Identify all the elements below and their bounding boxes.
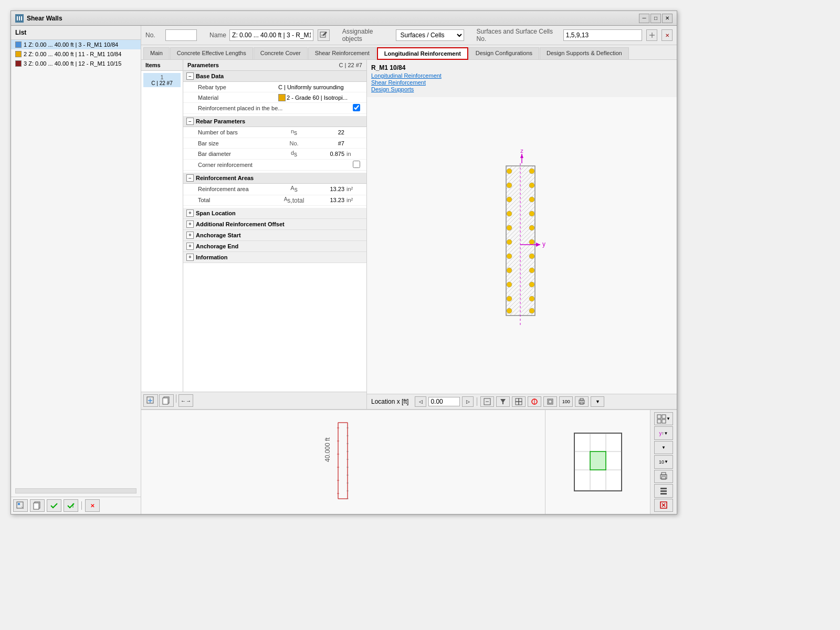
bt-number-button[interactable]: 10 ▼: [654, 455, 673, 468]
location-input[interactable]: [428, 397, 460, 406]
name-edit-button[interactable]: [318, 29, 330, 41]
anchorage-start-toggle[interactable]: +: [186, 232, 194, 239]
sidebar-new-button[interactable]: [13, 499, 28, 512]
item-row-1[interactable]: 1 C | 22 #7: [143, 73, 181, 87]
anchorage-end-section[interactable]: + Anchorage End: [183, 241, 366, 252]
location-prev-button[interactable]: ◁: [415, 396, 426, 407]
bottom-section: 40.000 ft: [141, 409, 677, 514]
bar-size-symbol: No.: [284, 140, 304, 146]
rebar-params-toggle[interactable]: −: [186, 118, 194, 125]
left-toolbar-arrow[interactable]: ←→: [178, 394, 193, 407]
tab-concrete-effective-lengths[interactable]: Concrete Effective Lengths: [170, 47, 253, 59]
main-window: Shear Walls ─ □ ✕ List 1 Z: 0.00 ... 40.…: [10, 10, 677, 514]
anchorage-start-section[interactable]: + Anchorage Start: [183, 230, 366, 241]
svg-point-24: [507, 183, 512, 188]
reinforcement-areas-section[interactable]: − Reinforcement Areas: [183, 173, 366, 184]
left-toolbar-new[interactable]: [143, 394, 158, 407]
sidebar-header: List: [11, 26, 141, 40]
base-data-title: Base Data: [196, 73, 224, 79]
corner-reinforcement-checkbox[interactable]: [353, 161, 360, 168]
loc-toolbar-view1[interactable]: [512, 396, 526, 407]
loc-toolbar-1[interactable]: [480, 396, 494, 407]
lower-content: Items Parameters C | 22 #7 1 C | 22 #7: [141, 60, 677, 409]
sidebar-item-3[interactable]: 3 Z: 0.00 ... 40.00 ft | 12 - R_M1 10/15: [11, 59, 141, 68]
svg-rect-93: [657, 419, 661, 423]
sidebar-delete-button[interactable]: ✕: [85, 499, 100, 512]
left-panel-toolbar: ←→: [141, 392, 366, 409]
items-col-header: Items: [141, 60, 183, 70]
loc-toolbar-view3[interactable]: [543, 396, 557, 407]
assignable-select[interactable]: Surfaces / Cells: [396, 29, 464, 41]
bt-y-button[interactable]: y ↑▼: [654, 426, 673, 439]
information-toggle[interactable]: +: [186, 254, 194, 261]
rebar-params-section[interactable]: − Rebar Parameters: [183, 116, 366, 127]
sidebar-color-3: [15, 60, 22, 67]
base-data-section[interactable]: − Base Data: [183, 71, 366, 82]
right-link-design[interactable]: Design Supports: [371, 86, 673, 92]
no-input[interactable]: [165, 29, 197, 41]
left-toolbar-copy[interactable]: [159, 394, 174, 407]
loc-toolbar-view2[interactable]: [528, 396, 541, 407]
bt-close-button[interactable]: [654, 499, 673, 512]
close-button[interactable]: ✕: [662, 14, 673, 23]
base-data-toggle[interactable]: −: [186, 72, 194, 80]
location-next-button[interactable]: ▷: [462, 396, 474, 407]
params-value-header: C | 22 #7: [335, 60, 366, 70]
bt-print-button[interactable]: [654, 470, 673, 483]
additional-reinforcement-section[interactable]: + Additional Reinforcement Offset: [183, 219, 366, 230]
right-link-shear[interactable]: Shear Reinforcement: [371, 79, 673, 86]
loc-toolbar-100[interactable]: 100: [559, 396, 573, 407]
sidebar-copy-button[interactable]: [30, 499, 45, 512]
location-bar: Location x [ft] ◁ ▷: [367, 394, 677, 409]
tab-shear-reinforcement[interactable]: Shear Reinforcement: [308, 47, 376, 59]
surfaces-edit-button[interactable]: [646, 29, 657, 41]
bt-settings-button[interactable]: [654, 484, 673, 497]
sidebar-item-1[interactable]: 1 Z: 0.00 ... 40.00 ft | 3 - R_M1 10/84: [11, 40, 141, 49]
loc-toolbar-print[interactable]: [575, 396, 589, 407]
sidebar-scrollbar[interactable]: [15, 488, 136, 494]
tab-main[interactable]: Main: [143, 47, 170, 59]
maximize-button[interactable]: □: [650, 14, 661, 23]
items-params-area: 1 C | 22 #7 − Base Data: [141, 71, 366, 392]
surfaces-close-button[interactable]: ✕: [662, 29, 673, 41]
tab-longitudinal-reinforcement[interactable]: Longitudinal Reinforcement: [377, 47, 468, 60]
loc-toolbar-filter[interactable]: [496, 396, 510, 407]
sidebar-item-text-3: 3 Z: 0.00 ... 40.00 ft | 12 - R_M1 10/15: [24, 60, 121, 67]
surfaces-input[interactable]: [563, 29, 643, 41]
reinforcement-placed-checkbox[interactable]: [353, 104, 360, 111]
loc-toolbar-more[interactable]: ▼: [591, 396, 604, 407]
information-section[interactable]: + Information: [183, 252, 366, 263]
svg-point-33: [507, 308, 512, 313]
span-location-section[interactable]: + Span Location: [183, 208, 366, 219]
information-title: Information: [196, 254, 228, 260]
anchorage-end-toggle[interactable]: +: [186, 243, 194, 250]
svg-rect-5: [18, 503, 20, 505]
tab-design-supports-deflection[interactable]: Design Supports & Deflection: [540, 47, 629, 59]
tab-concrete-cover[interactable]: Concrete Cover: [254, 47, 308, 59]
sidebar-item-2[interactable]: 2 Z: 0.00 ... 40.00 ft | 11 - R_M1 10/84: [11, 49, 141, 59]
bar-diameter-unit: in: [346, 151, 362, 157]
svg-rect-100: [660, 493, 667, 495]
span-location-toggle[interactable]: +: [186, 209, 194, 217]
toolbar-sep-2: [176, 394, 176, 403]
sidebar-check2-button[interactable]: [64, 499, 78, 512]
right-top: R_M1 10/84 Longitudinal Reinforcement Sh…: [367, 60, 677, 97]
svg-point-23: [507, 169, 512, 174]
right-link-longitudinal[interactable]: Longitudinal Reinforcement: [371, 72, 673, 79]
material-value: 2 - Grade 60 | Isotropi...: [278, 94, 362, 101]
sidebar-check-button[interactable]: [47, 499, 61, 512]
diagram-area: z: [367, 97, 677, 394]
tab-design-configurations[interactable]: Design Configurations: [469, 47, 539, 59]
name-input[interactable]: [229, 29, 313, 41]
no-label: No.: [145, 32, 161, 39]
right-panel-title: R_M1 10/84: [371, 64, 673, 71]
svg-point-31: [507, 282, 512, 287]
minimize-button[interactable]: ─: [639, 14, 649, 23]
bt-zoom-button[interactable]: ▼: [654, 441, 673, 454]
svg-rect-52: [516, 398, 519, 402]
svg-rect-18: [163, 398, 168, 404]
bt-view-button[interactable]: ▼: [654, 412, 673, 425]
reinforcement-areas-toggle[interactable]: −: [186, 174, 194, 182]
toolbar-separator: [81, 501, 82, 510]
additional-reinforcement-toggle[interactable]: +: [186, 220, 194, 228]
